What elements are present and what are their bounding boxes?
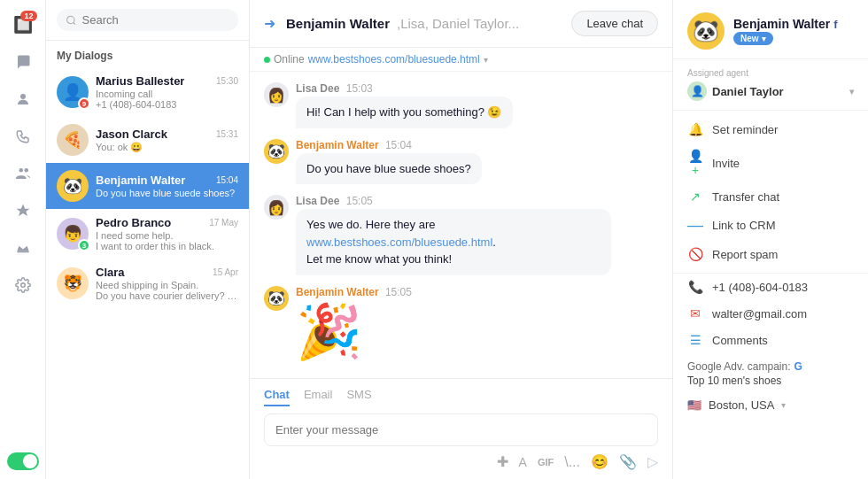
spam-icon: 🚫 [687,247,703,261]
search-input-wrap[interactable] [57,9,238,31]
gif-icon[interactable]: GIF [538,457,554,467]
search-input[interactable] [82,13,229,27]
msg-bubble-3: Yes we do. Here they are www.bestshoes.c… [296,209,611,275]
action-report-spam[interactable]: 🚫 Report spam [673,241,868,267]
text-style-icon[interactable]: A [519,455,527,469]
reminder-icon: 🔔 [687,122,703,136]
svg-point-0 [20,94,26,99]
attachment-icon[interactable]: 📎 [619,453,637,470]
new-badge-label: New [740,34,759,43]
location-item[interactable]: 🇺🇸 Boston, USA ▾ [673,392,868,418]
msg-content-1: Lisa Dee 15:03 Hi! Can I help with you s… [296,82,513,128]
contact-preview-benjamin: Do you have blue suede shoes? [96,188,238,198]
flag-icon: 🇺🇸 [687,398,701,412]
message-row-2: 🐼 Benjamin Walter 15:04 Do you have blue… [264,139,658,185]
chevron-new-icon: ▾ [762,35,766,43]
svg-rect-3 [17,251,29,253]
msg-sender-4: Benjamin Walter 15:05 [296,286,412,298]
tab-email[interactable]: Email [304,388,333,406]
team-icon[interactable] [7,158,39,189]
crown-icon[interactable] [7,232,39,264]
info-comments[interactable]: ☰ Comments [673,327,868,353]
mention-icon[interactable]: \... [564,454,580,470]
contact-time-marius: 15:30 [216,76,238,86]
action-transfer-chat[interactable]: ↗ Transfer chat [673,183,868,210]
attach-icon[interactable]: ✚ [497,453,508,470]
msg-sender-name-3: Lisa Dee [296,195,339,207]
email-info-icon: ✉ [687,306,703,321]
icon-bar: 🔲 12 [0,0,46,479]
msg-link-3[interactable]: www.bestshoes.com/bluesuede.html [306,236,492,249]
msg-emoji-4: 🎉 [296,300,412,363]
right-panel: 🐼 Benjamin Walter f New ▾ Assigned agent… [673,0,868,479]
msg-avatar-lisa-2: 👩 [264,195,289,220]
agent-avatar: 👤 [687,81,707,101]
unread-badge-pedro: 3 [78,239,90,251]
online-dot [264,57,270,63]
contact-item-clara[interactable]: 🐯 Clara 15 Apr Need shipping in Spain.Do… [46,259,249,308]
chat-subheader: Online www.bestshoes.com/bluesuede.html … [250,48,672,72]
contacts-panel: My Dialogs 👤 9 Marius Ballester 15:30 In… [46,0,250,479]
action-label-invite: Invite [712,157,740,170]
user-icon[interactable] [7,83,39,115]
svg-point-4 [20,283,25,288]
contact-name-clara: Clara [96,266,125,279]
emoji-icon[interactable]: 😊 [591,453,608,470]
right-name: Benjamin Walter f [733,17,854,31]
phone-icon[interactable] [7,120,39,152]
chat-input-tabs: Chat Email SMS [264,388,658,406]
svg-point-2 [24,168,28,173]
info-phone: 📞 +1 (408)-604-0183 [673,274,868,300]
contact-info-pedro: Pedro Branco 17 May I need some help.I w… [96,216,238,251]
avatar-pedro: 👦 3 [57,218,89,250]
action-invite[interactable]: 👤+ Invite [673,143,868,183]
chat-icon[interactable] [7,46,39,78]
action-label-crm: Link to CRM [712,219,776,232]
new-badge[interactable]: New ▾ [733,32,773,45]
chat-header: ➜ Benjamin Walter ,Lisa, Daniel Taylor..… [250,0,672,48]
msg-sender-name-4: Benjamin Walter [296,286,379,298]
contact-item-pedro[interactable]: 👦 3 Pedro Branco 17 May I need some help… [46,209,249,259]
message-row-3: 👩 Lisa Dee 15:05 Yes we do. Here they ar… [264,195,658,275]
message-row-1: 👩 Lisa Dee 15:03 Hi! Can I help with you… [264,82,658,128]
settings-icon[interactable] [7,269,39,301]
dialogs-section-title: My Dialogs [46,41,249,67]
assigned-agent-section: Assigned agent 👤 Daniel Taylor ▾ [673,59,868,111]
location-chevron-icon: ▾ [781,400,786,410]
tab-sms[interactable]: SMS [346,388,371,406]
contact-name-marius: Marius Ballester [96,74,184,88]
contact-info-clara: Clara 15 Apr Need shipping in Spain.Do y… [96,266,238,301]
contact-item-jason[interactable]: 🍕 Jason Clarck 15:31 You: ok 😀 [46,117,249,163]
msg-sender-3: Lisa Dee 15:05 [296,195,611,207]
leave-chat-button[interactable]: Leave chat [571,11,658,36]
automation-icon[interactable] [7,195,39,227]
send-button[interactable]: ▷ [647,453,658,470]
contact-time-jason: 15:31 [216,129,238,139]
assigned-agent[interactable]: 👤 Daniel Taylor ▾ [687,81,854,101]
msg-time-3: 15:05 [346,195,373,207]
google-campaign: Top 10 men's shoes [687,375,854,387]
action-set-reminder[interactable]: 🔔 Set reminder [673,116,868,143]
contact-item-marius[interactable]: 👤 9 Marius Ballester 15:30 Incoming call… [46,67,249,117]
msg-sender-name-2: Benjamin Walter [296,139,379,151]
msg-content-2: Benjamin Walter 15:04 Do you have blue s… [296,139,482,185]
action-link-crm[interactable]: — Link to CRM [673,210,868,241]
right-name-area: Benjamin Walter f New ▾ [733,17,854,45]
transfer-icon: ↗ [687,189,703,204]
status-toggle[interactable] [7,452,39,470]
phone-info-icon: 📞 [687,280,703,294]
unread-badge-marius: 9 [78,97,90,110]
contact-list: 👤 9 Marius Ballester 15:30 Incoming call… [46,67,249,479]
tab-chat[interactable]: Chat [264,388,290,406]
action-list: 🔔 Set reminder 👤+ Invite ↗ Transfer chat… [673,111,868,273]
message-input[interactable] [275,423,647,437]
svg-line-6 [74,22,75,24]
msg-time-2: 15:04 [385,139,412,151]
notifications-icon[interactable]: 🔲 12 [7,9,39,41]
info-email: ✉ walter@gmail.com [673,300,868,327]
svg-point-1 [19,168,23,173]
contact-item-benjamin[interactable]: 🐼 Benjamin Walter 15:04 Do you have blue… [46,163,249,209]
chat-messages: 👩 Lisa Dee 15:03 Hi! Can I help with you… [250,72,672,378]
msg-bubble-2: Do you have blue suede shoes? [296,153,482,185]
avatar-jason: 🍕 [57,124,89,156]
